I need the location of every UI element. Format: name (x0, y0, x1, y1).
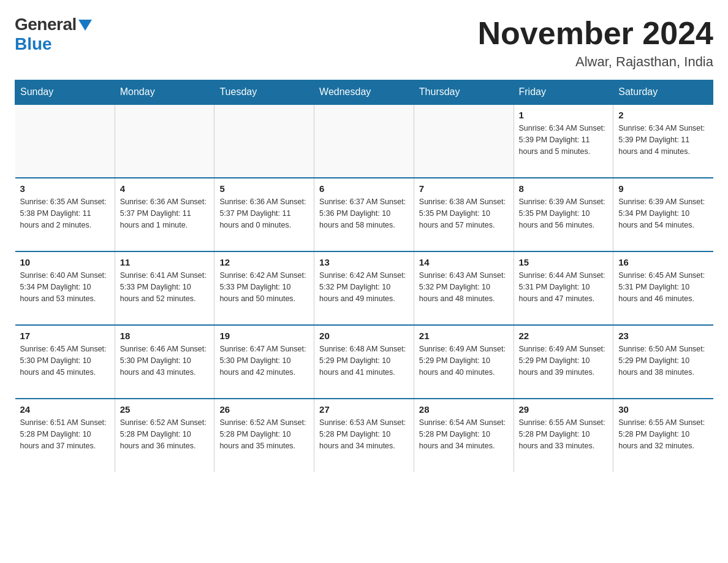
day-info: Sunrise: 6:42 AM Sunset: 5:33 PM Dayligh… (219, 270, 309, 304)
day-info: Sunrise: 6:34 AM Sunset: 5:39 PM Dayligh… (618, 123, 708, 157)
day-info: Sunrise: 6:36 AM Sunset: 5:37 PM Dayligh… (120, 196, 210, 231)
day-info: Sunrise: 6:40 AM Sunset: 5:34 PM Dayligh… (20, 270, 110, 304)
logo-general-text: General (15, 15, 77, 34)
calendar-cell: 17Sunrise: 6:45 AM Sunset: 5:30 PM Dayli… (15, 325, 115, 399)
calendar-cell: 13Sunrise: 6:42 AM Sunset: 5:32 PM Dayli… (314, 251, 414, 325)
calendar-header: SundayMondayTuesdayWednesdayThursdayFrid… (15, 80, 713, 105)
day-number: 28 (419, 404, 509, 415)
calendar-cell: 28Sunrise: 6:54 AM Sunset: 5:28 PM Dayli… (414, 399, 514, 472)
day-number: 21 (419, 331, 509, 341)
day-number: 9 (618, 183, 708, 194)
day-info: Sunrise: 6:42 AM Sunset: 5:32 PM Dayligh… (319, 270, 409, 304)
calendar-cell: 7Sunrise: 6:38 AM Sunset: 5:35 PM Daylig… (414, 178, 514, 251)
day-info: Sunrise: 6:35 AM Sunset: 5:38 PM Dayligh… (20, 196, 110, 231)
day-number: 24 (20, 404, 110, 415)
day-number: 27 (319, 404, 409, 415)
day-number: 17 (20, 331, 110, 341)
calendar-cell: 4Sunrise: 6:36 AM Sunset: 5:37 PM Daylig… (115, 178, 214, 251)
day-info: Sunrise: 6:36 AM Sunset: 5:37 PM Dayligh… (219, 196, 309, 231)
day-number: 26 (219, 404, 309, 415)
page-header: General Blue November 2024 Alwar, Rajast… (15, 15, 713, 70)
calendar-cell: 23Sunrise: 6:50 AM Sunset: 5:29 PM Dayli… (613, 325, 713, 399)
day-info: Sunrise: 6:48 AM Sunset: 5:29 PM Dayligh… (319, 343, 409, 378)
day-number: 29 (519, 404, 609, 415)
day-number: 8 (519, 183, 609, 194)
day-info: Sunrise: 6:41 AM Sunset: 5:33 PM Dayligh… (120, 270, 210, 304)
week-row-0: 1Sunrise: 6:34 AM Sunset: 5:39 PM Daylig… (15, 104, 713, 178)
day-number: 25 (120, 404, 210, 415)
day-info: Sunrise: 6:38 AM Sunset: 5:35 PM Dayligh… (419, 196, 509, 231)
title-block: November 2024 Alwar, Rajasthan, India (478, 15, 713, 70)
header-day-friday: Friday (514, 80, 613, 105)
calendar-cell: 8Sunrise: 6:39 AM Sunset: 5:35 PM Daylig… (514, 178, 613, 251)
calendar-cell: 18Sunrise: 6:46 AM Sunset: 5:30 PM Dayli… (115, 325, 214, 399)
day-info: Sunrise: 6:46 AM Sunset: 5:30 PM Dayligh… (120, 343, 210, 378)
calendar-cell: 3Sunrise: 6:35 AM Sunset: 5:38 PM Daylig… (15, 178, 115, 251)
day-number: 5 (219, 183, 309, 194)
logo-blue-text: Blue (15, 34, 52, 54)
calendar-cell: 26Sunrise: 6:52 AM Sunset: 5:28 PM Dayli… (214, 399, 314, 472)
day-number: 4 (120, 183, 210, 194)
day-number: 15 (519, 257, 609, 267)
week-row-2: 10Sunrise: 6:40 AM Sunset: 5:34 PM Dayli… (15, 251, 713, 325)
day-number: 18 (120, 331, 210, 341)
calendar-cell: 20Sunrise: 6:48 AM Sunset: 5:29 PM Dayli… (314, 325, 414, 399)
calendar-cell: 10Sunrise: 6:40 AM Sunset: 5:34 PM Dayli… (15, 251, 115, 325)
header-day-sunday: Sunday (15, 80, 115, 105)
day-info: Sunrise: 6:49 AM Sunset: 5:29 PM Dayligh… (519, 343, 609, 378)
day-number: 14 (419, 257, 509, 267)
day-info: Sunrise: 6:47 AM Sunset: 5:30 PM Dayligh… (219, 343, 309, 378)
day-number: 10 (20, 257, 110, 267)
header-day-wednesday: Wednesday (314, 80, 414, 105)
day-info: Sunrise: 6:51 AM Sunset: 5:28 PM Dayligh… (20, 417, 110, 451)
calendar-cell: 5Sunrise: 6:36 AM Sunset: 5:37 PM Daylig… (214, 178, 314, 251)
day-info: Sunrise: 6:52 AM Sunset: 5:28 PM Dayligh… (219, 417, 309, 451)
day-number: 11 (120, 257, 210, 267)
week-row-4: 24Sunrise: 6:51 AM Sunset: 5:28 PM Dayli… (15, 399, 713, 472)
day-number: 16 (618, 257, 708, 267)
calendar-cell: 14Sunrise: 6:43 AM Sunset: 5:32 PM Dayli… (414, 251, 514, 325)
header-row: SundayMondayTuesdayWednesdayThursdayFrid… (15, 80, 713, 105)
logo: General Blue (15, 15, 92, 54)
logo-triangle-icon (78, 20, 92, 31)
day-number: 13 (319, 257, 409, 267)
day-info: Sunrise: 6:43 AM Sunset: 5:32 PM Dayligh… (419, 270, 509, 304)
day-number: 22 (519, 331, 609, 341)
calendar-cell: 24Sunrise: 6:51 AM Sunset: 5:28 PM Dayli… (15, 399, 115, 472)
day-number: 1 (519, 110, 609, 120)
calendar-cell (214, 104, 314, 178)
calendar-cell: 19Sunrise: 6:47 AM Sunset: 5:30 PM Dayli… (214, 325, 314, 399)
month-title: November 2024 (478, 15, 713, 52)
day-number: 20 (319, 331, 409, 341)
day-info: Sunrise: 6:52 AM Sunset: 5:28 PM Dayligh… (120, 417, 210, 451)
day-info: Sunrise: 6:55 AM Sunset: 5:28 PM Dayligh… (519, 417, 609, 451)
calendar-cell: 22Sunrise: 6:49 AM Sunset: 5:29 PM Dayli… (514, 325, 613, 399)
calendar-cell: 9Sunrise: 6:39 AM Sunset: 5:34 PM Daylig… (613, 178, 713, 251)
calendar-body: 1Sunrise: 6:34 AM Sunset: 5:39 PM Daylig… (15, 104, 713, 472)
calendar-cell (414, 104, 514, 178)
day-info: Sunrise: 6:39 AM Sunset: 5:34 PM Dayligh… (618, 196, 708, 231)
calendar-cell: 29Sunrise: 6:55 AM Sunset: 5:28 PM Dayli… (514, 399, 613, 472)
calendar-cell: 2Sunrise: 6:34 AM Sunset: 5:39 PM Daylig… (613, 104, 713, 178)
header-day-monday: Monday (115, 80, 214, 105)
calendar-cell: 16Sunrise: 6:45 AM Sunset: 5:31 PM Dayli… (613, 251, 713, 325)
calendar-cell: 11Sunrise: 6:41 AM Sunset: 5:33 PM Dayli… (115, 251, 214, 325)
calendar-cell (15, 104, 115, 178)
header-day-thursday: Thursday (414, 80, 514, 105)
day-info: Sunrise: 6:53 AM Sunset: 5:28 PM Dayligh… (319, 417, 409, 451)
header-day-tuesday: Tuesday (214, 80, 314, 105)
day-info: Sunrise: 6:50 AM Sunset: 5:29 PM Dayligh… (618, 343, 708, 378)
calendar-cell (314, 104, 414, 178)
calendar-cell: 21Sunrise: 6:49 AM Sunset: 5:29 PM Dayli… (414, 325, 514, 399)
day-info: Sunrise: 6:54 AM Sunset: 5:28 PM Dayligh… (419, 417, 509, 451)
day-info: Sunrise: 6:34 AM Sunset: 5:39 PM Dayligh… (519, 123, 609, 157)
day-info: Sunrise: 6:45 AM Sunset: 5:31 PM Dayligh… (618, 270, 708, 304)
day-number: 23 (618, 331, 708, 341)
day-info: Sunrise: 6:55 AM Sunset: 5:28 PM Dayligh… (618, 417, 708, 451)
calendar-cell: 27Sunrise: 6:53 AM Sunset: 5:28 PM Dayli… (314, 399, 414, 472)
svg-marker-0 (78, 20, 92, 31)
day-info: Sunrise: 6:39 AM Sunset: 5:35 PM Dayligh… (519, 196, 609, 231)
day-number: 30 (618, 404, 708, 415)
day-number: 7 (419, 183, 509, 194)
calendar-cell: 25Sunrise: 6:52 AM Sunset: 5:28 PM Dayli… (115, 399, 214, 472)
